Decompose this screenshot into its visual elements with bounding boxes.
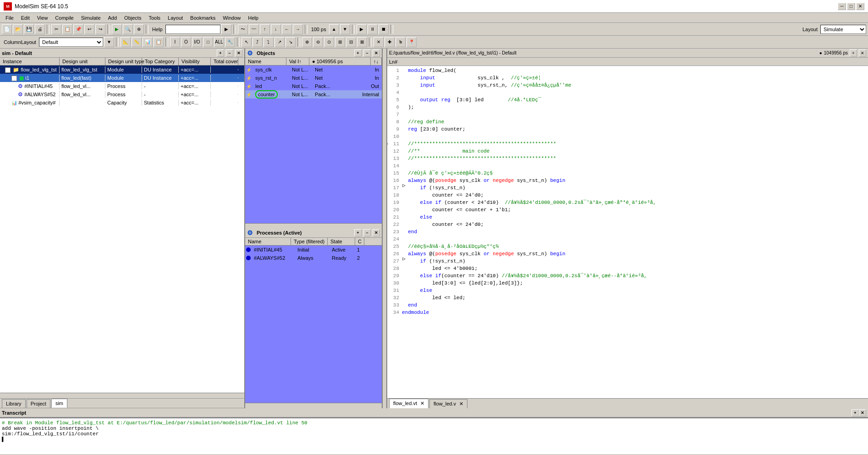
- nav-btn4[interactable]: ↗: [275, 37, 285, 47]
- menu-item-bookmarks[interactable]: Bookmarks: [187, 14, 219, 22]
- zoom-out-btn[interactable]: ⊖: [313, 37, 323, 47]
- close-button[interactable]: ✕: [856, 3, 864, 10]
- tab-project[interactable]: Project: [27, 399, 50, 408]
- view-btn4[interactable]: □: [203, 37, 213, 47]
- col-total[interactable]: Total cover: [211, 58, 238, 65]
- paste-btn[interactable]: 📌: [73, 24, 83, 34]
- help-go-btn[interactable]: ▶: [221, 24, 231, 34]
- col-design-unit[interactable]: Design unit: [60, 58, 105, 65]
- copy-btn[interactable]: 📋: [62, 24, 72, 34]
- menu-item-layout[interactable]: Layout: [164, 14, 187, 22]
- menu-item-simulate[interactable]: Simulate: [77, 14, 104, 22]
- menu-item-help[interactable]: Help: [244, 14, 262, 22]
- list-item[interactable]: ⚡ led Not L... Pack... Out: [245, 82, 382, 90]
- wave2-btn[interactable]: 〰: [249, 24, 259, 34]
- cursor-btn1[interactable]: ✕: [374, 37, 384, 47]
- list-item[interactable]: ⚡ counter Not L... Pack... Internal: [245, 90, 382, 99]
- sim3-btn[interactable]: ⏹: [379, 24, 389, 34]
- code-editor[interactable]: 1 module flow_led( 2 input sys_clk , //ç…: [387, 66, 868, 398]
- menu-item-file[interactable]: File: [2, 14, 17, 22]
- menu-item-window[interactable]: Window: [219, 14, 244, 22]
- cursor-btn2[interactable]: ✚: [385, 37, 395, 47]
- wave-btn[interactable]: 〜: [238, 24, 248, 34]
- menu-item-view[interactable]: View: [33, 14, 52, 22]
- menu-item-edit[interactable]: Edit: [17, 14, 33, 22]
- col-obj-arrows[interactable]: ↑↓: [371, 58, 382, 65]
- tab-flow-led-vt[interactable]: flow_led.vt ✕: [389, 399, 429, 408]
- layout-btn1[interactable]: 📐: [121, 37, 131, 47]
- col-top-cat[interactable]: Top Category: [142, 58, 179, 65]
- sim2-btn[interactable]: ⏸: [368, 24, 378, 34]
- sim-shrink-btn[interactable]: −: [226, 49, 233, 57]
- sim-btn[interactable]: ▶: [357, 24, 367, 34]
- menu-item-tools[interactable]: Tools: [145, 14, 164, 22]
- table-row[interactable]: - 📁 flow_led_vlg_tst flow_led_vlg_tst Mo…: [0, 66, 244, 74]
- col-obj-val[interactable]: Val I↑: [286, 58, 309, 65]
- col-vis[interactable]: Visibility: [179, 58, 211, 65]
- sim-close-btn[interactable]: ✕: [235, 49, 242, 57]
- col-proc-name[interactable]: Name: [245, 238, 291, 245]
- list-item[interactable]: ⚡ sys_clk Not L... Net In: [245, 66, 382, 74]
- layout-btn4[interactable]: 📋: [154, 37, 164, 47]
- undo-btn[interactable]: ↩: [84, 24, 94, 34]
- objects-expand-btn[interactable]: +: [354, 49, 362, 57]
- menu-item-objects[interactable]: Objects: [121, 14, 145, 22]
- col-proc-c[interactable]: C: [355, 238, 364, 245]
- nav-btn2[interactable]: ⤴: [253, 37, 263, 47]
- col-layout-arrow[interactable]: ▼: [104, 37, 114, 47]
- nav-btn5[interactable]: ↘: [286, 37, 296, 47]
- cursor-btn3[interactable]: 🖱: [396, 37, 406, 47]
- wave6-btn[interactable]: →: [293, 24, 303, 34]
- menu-item-compile[interactable]: Compile: [51, 14, 77, 22]
- view-btn5[interactable]: ALL: [214, 37, 224, 47]
- wave4-btn[interactable]: ↓: [271, 24, 281, 34]
- tab-sim[interactable]: sim: [51, 399, 67, 408]
- time-up-btn[interactable]: ▲: [329, 24, 339, 34]
- expand-icon[interactable]: -: [5, 67, 11, 73]
- help-input[interactable]: [165, 25, 220, 34]
- transcript-expand-btn[interactable]: +: [852, 409, 859, 417]
- table-row[interactable]: ⚙ #INITIAL#45 flow_led_vl... Process - +…: [0, 82, 244, 90]
- table-row[interactable]: ⚙ #ALWAYS#52 flow_led_vl... Process - +a…: [0, 90, 244, 99]
- minimize-button[interactable]: ─: [838, 3, 846, 10]
- col-proc-state[interactable]: State: [328, 238, 355, 245]
- save-btn[interactable]: 💾: [24, 24, 34, 34]
- zoom-btn[interactable]: ⊕: [134, 24, 144, 34]
- wave3-btn[interactable]: ↑: [260, 24, 270, 34]
- list-item[interactable]: ⚡ sys_rst_n Not L... Net In: [245, 74, 382, 82]
- col-du-type[interactable]: Design unit type: [105, 58, 142, 65]
- layout-btn3[interactable]: 📊: [143, 37, 153, 47]
- view-btn1[interactable]: I: [170, 37, 180, 47]
- zoom-prev-btn[interactable]: ⊟: [346, 37, 356, 47]
- print-btn[interactable]: 🖨: [35, 24, 45, 34]
- table-row[interactable]: 📊 #vsim_capacity# Capacity Statistics +a…: [0, 99, 244, 107]
- layout-btn2[interactable]: 📏: [132, 37, 142, 47]
- col-proc-type[interactable]: Type (filtered): [291, 238, 328, 245]
- objects-close-btn[interactable]: ✕: [373, 49, 380, 57]
- col-layout-select[interactable]: Default: [39, 38, 103, 47]
- layout-select[interactable]: Simulate: [820, 25, 866, 34]
- zoom-sel-btn[interactable]: ⊞: [335, 37, 345, 47]
- tab-flow-led-v[interactable]: flow_led.v ✕: [429, 399, 467, 408]
- col-obj-name[interactable]: Name: [245, 58, 286, 65]
- cut-btn[interactable]: ✂: [51, 24, 61, 34]
- cursor-btn4[interactable]: 📍: [407, 37, 417, 47]
- menu-item-add[interactable]: Add: [104, 14, 121, 22]
- code-expand-btn[interactable]: +: [850, 49, 857, 57]
- new-btn[interactable]: 📄: [2, 24, 12, 34]
- proc-expand-btn[interactable]: +: [354, 229, 362, 236]
- sim-expand-btn[interactable]: +: [217, 49, 224, 57]
- proc-close-btn[interactable]: ✕: [373, 229, 380, 236]
- zoom-in-btn[interactable]: ⊕: [302, 37, 312, 47]
- code-close-btn[interactable]: ✕: [859, 49, 866, 57]
- list-item[interactable]: #INITIAL#45 Initial Active 1: [245, 246, 382, 254]
- find-btn[interactable]: 🔍: [123, 24, 133, 34]
- col-instance[interactable]: Instance: [0, 58, 60, 65]
- nav-btn1[interactable]: ↖: [242, 37, 252, 47]
- table-row[interactable]: + ▦ i1 flow_led(fast) Module DU Instance…: [0, 74, 244, 82]
- view-btn6[interactable]: 🔧: [225, 37, 235, 47]
- objects-shrink-btn[interactable]: −: [363, 49, 371, 57]
- col-obj-time[interactable]: ● 1049956 ps: [309, 58, 371, 65]
- run-btn[interactable]: ▶: [112, 24, 122, 34]
- tab-library[interactable]: Library: [2, 399, 26, 408]
